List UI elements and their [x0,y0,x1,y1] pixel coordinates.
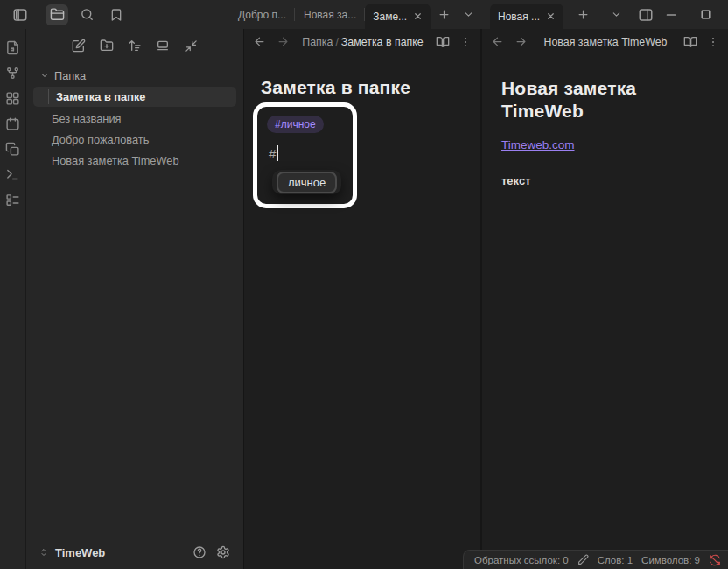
note-title: Заметка в папке [261,77,480,98]
terminal-icon[interactable] [4,166,23,182]
more-options-icon[interactable] [707,36,719,48]
new-tab-plus-icon[interactable] [438,0,451,29]
breadcrumb: Папка/Заметка в папке [290,36,436,48]
canvas-grid-icon[interactable] [4,90,23,106]
more-options-icon[interactable] [459,36,472,48]
pane-title: Новая заметка TimeWeb [528,36,683,48]
middle-pane-header: Папка/Заметка в папке [244,29,480,54]
tab-list-chevron-icon[interactable] [463,0,474,29]
titlebar: Добро п... Новая за... Заме... Новая ... [0,0,728,29]
reading-mode-book-icon[interactable] [436,35,450,49]
minimize-icon[interactable] [665,9,677,21]
calendar-icon[interactable] [4,116,23,131]
graph-icon[interactable] [4,65,23,81]
file-a-icon[interactable] [4,39,23,55]
help-icon[interactable] [190,544,209,561]
tag-pill[interactable]: #личное [267,116,324,133]
tree-item-selected[interactable]: Заметка в папке [33,87,236,107]
right-pane-header: Новая заметка TimeWeb [482,29,728,54]
new-note-icon[interactable] [69,37,88,54]
note-body-text: текст [501,174,710,187]
tag-suggestion-popup: личное [272,170,341,194]
tree-item[interactable]: Без названия [26,109,243,128]
new-tab-plus-icon[interactable] [572,0,593,29]
sync-off-icon[interactable] [709,554,721,566]
settings-gear-icon[interactable] [214,544,233,561]
file-tree: Папка Заметка в папке Без названия Добро… [26,64,243,539]
tree-item[interactable]: Добро пожаловать [26,130,243,149]
search-icon[interactable] [75,4,98,25]
tab-new-note[interactable]: Новая за... [295,0,365,29]
reading-mode-book-icon[interactable] [683,35,697,49]
word-count: Слов: 1 [598,555,633,565]
sort-order-icon[interactable] [125,37,144,54]
editor-typed-text[interactable]: # [269,144,346,162]
tab-group-left-pane: Добро п... Новая за... Заме... [229,0,467,29]
back-arrow-icon[interactable] [253,35,266,48]
copy-icon[interactable] [4,141,23,157]
toggle-left-sidebar-icon[interactable] [9,4,32,25]
collapse-all-icon[interactable] [181,37,200,54]
left-ribbon [0,29,26,569]
close-tab-icon[interactable] [413,11,423,21]
files-icon[interactable] [46,4,68,25]
note-title: Новая заметка TimeWeb [501,77,668,123]
list-form-icon[interactable] [4,192,23,207]
new-folder-icon[interactable] [97,37,116,54]
status-bar: Обратных ссылок: 0 Слов: 1 Символов: 9 [463,550,728,569]
tag-suggestion-item[interactable]: личное [276,172,337,193]
edit-mode-pencil-icon [578,554,589,565]
tree-folder[interactable]: Папка [26,66,243,85]
maximize-icon[interactable] [700,9,711,20]
tab-new-note-timeweb-active[interactable]: Новая ... [490,4,564,29]
tab-group-right-pane: Новая ... [490,0,656,29]
chevrons-up-down-icon [38,547,49,558]
forward-arrow-icon[interactable] [514,35,528,48]
tab-note-in-folder-active[interactable]: Заме... [365,4,430,29]
tab-list-chevron-icon[interactable] [606,0,626,29]
right-editor-content: Новая заметка TimeWeb Timeweb.com текст [482,54,728,187]
backlinks-count[interactable]: Обратных ссылок: 0 [474,555,569,565]
bookmark-icon[interactable] [105,4,128,25]
toggle-right-sidebar-icon[interactable] [635,0,656,29]
titlebar-left-icons [0,0,229,29]
external-link[interactable]: Timeweb.com [501,138,575,151]
tutorial-highlight-box: #личное # личное [253,102,357,208]
char-count: Символов: 9 [641,555,700,565]
window-controls [660,0,728,29]
tree-item[interactable]: Новая заметка TimeWeb [26,151,243,170]
stacked-panels-icon[interactable] [153,37,172,54]
chevron-down-icon [39,70,50,81]
right-editor-pane: Новая заметка TimeWeb Новая заметка Time… [482,29,728,569]
close-tab-icon[interactable] [546,11,556,21]
vault-switcher[interactable]: TimeWeb [26,539,243,565]
explorer-toolbar [26,29,243,64]
forward-arrow-icon[interactable] [276,35,290,48]
middle-editor-pane: Папка/Заметка в папке Заметка в папке #л… [244,29,482,569]
file-explorer-sidebar: Папка Заметка в папке Без названия Добро… [26,29,244,569]
middle-editor-content: Заметка в папке #личное # личное [244,54,480,569]
text-cursor [276,145,278,161]
back-arrow-icon[interactable] [491,35,504,48]
tab-welcome[interactable]: Добро п... [229,0,295,29]
breadcrumb-note[interactable]: Заметка в папке [341,36,424,48]
breadcrumb-folder[interactable]: Папка [302,36,332,48]
vault-name: TimeWeb [55,546,105,559]
